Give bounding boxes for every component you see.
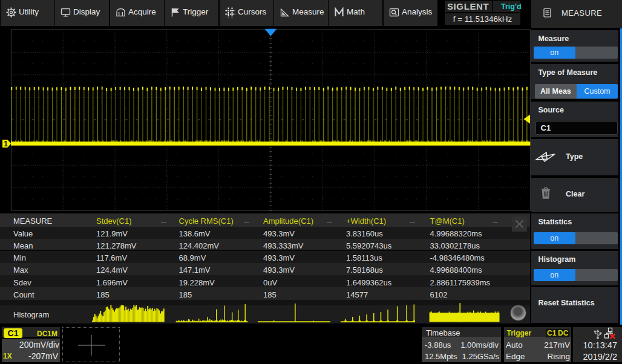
svg-text:1: 1 bbox=[4, 140, 8, 148]
